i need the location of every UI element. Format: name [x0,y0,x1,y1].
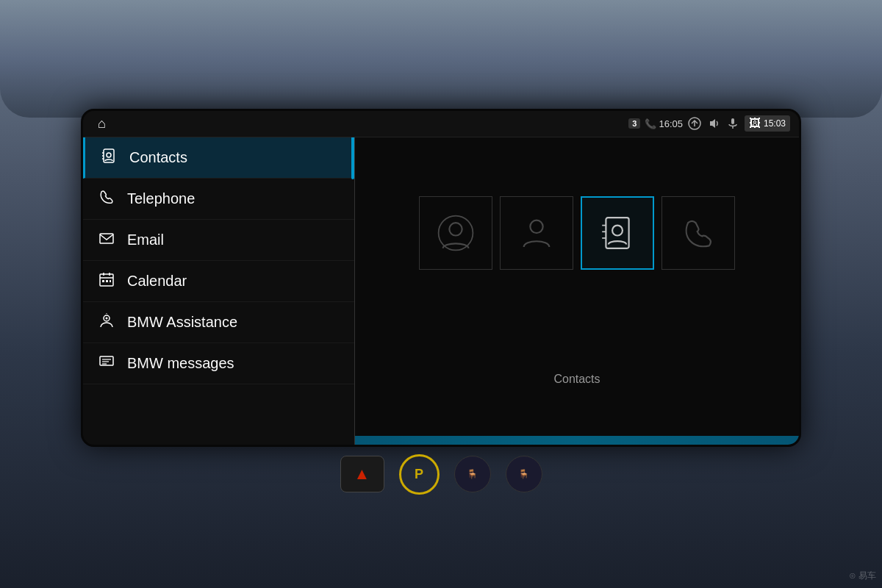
watermark: ⊙ 易车 [849,570,876,582]
car-surround: ⌂ 3 📞 16:05 [0,0,882,588]
contacts-panel-label: Contacts [553,373,600,386]
icon-grid [419,196,735,351]
time-display-2: 15:03 [764,118,786,129]
clock-display: 🖼 15:03 [745,115,790,132]
grid-cell-person-circle[interactable] [419,196,492,270]
svg-rect-15 [110,280,111,282]
grid-cell-contacts-highlighted[interactable] [581,196,654,270]
bmw-assistance-label: BMW Assistance [127,314,237,331]
svg-point-25 [530,220,542,232]
status-bar: ⌂ 3 📞 16:05 [83,111,799,137]
menu-panel: Contacts Telephone [83,137,355,445]
svg-point-4 [107,153,111,157]
volume-icon [706,116,721,131]
scroll-indicator [351,137,354,180]
status-bar-left: ⌂ [92,115,623,133]
email-label: Email [127,232,164,248]
home-button[interactable]: ⌂ [92,115,112,133]
calendar-icon [98,271,115,291]
phone-status: 📞 16:05 [645,118,683,129]
hazard-button[interactable]: ▲ [340,456,384,492]
svg-rect-13 [102,280,104,282]
assistance-icon [98,312,115,332]
svg-point-23 [449,223,462,235]
grid-cell-person[interactable] [500,196,573,270]
menu-item-calendar[interactable]: Calendar [83,261,354,302]
calendar-label: Calendar [127,273,187,290]
contacts-label: Contacts [129,149,187,166]
svg-rect-8 [100,234,113,243]
main-content: Contacts Telephone [83,137,799,445]
email-icon [98,230,115,250]
dash-controls: ▲ P 🪑 🪑 [340,454,542,495]
dashboard-top [0,0,882,118]
menu-item-bmw-assistance[interactable]: BMW Assistance [83,302,354,343]
menu-item-contacts[interactable]: Contacts [83,137,354,179]
mic-icon [725,116,740,131]
phone-icon [98,189,115,209]
park-button[interactable]: P [399,454,440,495]
svg-point-17 [106,317,108,319]
messages-icon [98,354,115,373]
menu-item-bmw-messages[interactable]: BMW messages [83,343,354,384]
svg-point-27 [612,225,623,235]
svg-point-24 [439,215,473,250]
thumbnail-icon: 🖼 [749,117,761,130]
contact-book-icon [100,148,118,168]
seat-control-1[interactable]: 🪑 [454,456,491,492]
notification-badge: 3 [628,118,640,129]
menu-item-telephone[interactable]: Telephone [83,179,354,220]
menu-item-email[interactable]: Email [83,220,354,261]
right-panel: Contacts [355,137,799,445]
seat-control-2[interactable]: 🪑 [506,456,542,492]
signal-icon [687,116,702,131]
phone-icon-status: 📞 [645,118,656,129]
bottom-accent-bar [355,436,799,445]
bmw-messages-label: BMW messages [127,355,234,372]
svg-rect-14 [106,280,108,282]
screen: ⌂ 3 📞 16:05 [83,111,799,445]
time-display-1: 16:05 [659,118,683,129]
svg-rect-1 [731,118,734,124]
grid-cell-phone-curved[interactable] [662,196,735,270]
status-items: 3 📞 16:05 🖼 [628,115,790,132]
screen-bezel: ⌂ 3 📞 16:05 [81,109,801,447]
telephone-label: Telephone [127,190,195,207]
